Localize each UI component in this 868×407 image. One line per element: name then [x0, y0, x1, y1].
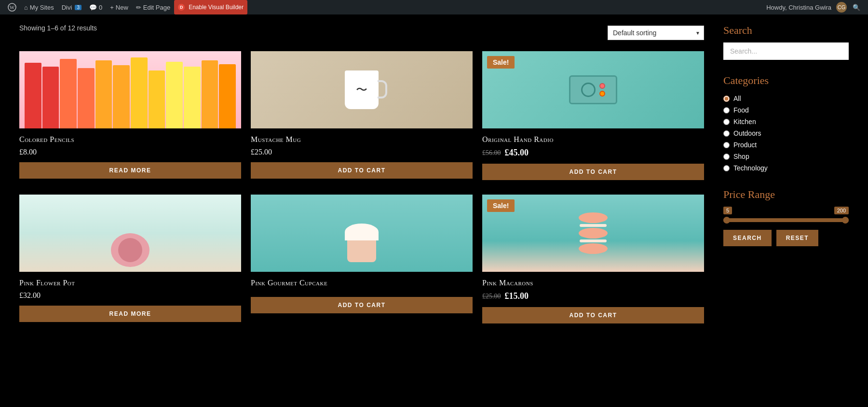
- add-to-cart-button[interactable]: ADD TO CART: [482, 164, 704, 180]
- price-value: £25.00: [251, 148, 272, 156]
- product-card: Pink Gourmet Cupcake ADD TO CART: [251, 195, 473, 323]
- category-radio-shop[interactable]: [723, 154, 730, 160]
- main-content: Showing 1–6 of 12 results Default sortin…: [0, 14, 868, 333]
- divi-counter: 3: [75, 5, 81, 10]
- edit-page-menu[interactable]: ✏ Edit Page: [132, 0, 174, 14]
- pencil: [202, 60, 218, 128]
- divi-menu[interactable]: Divi 3: [58, 0, 85, 14]
- product-card: Colored Pencils £8.00 READ MORE: [19, 51, 241, 180]
- product-card: Pink Flower Pot £32.00 READ MORE: [19, 195, 241, 323]
- product-name: Original Hand Radio: [482, 135, 704, 144]
- sites-icon: ⌂: [24, 4, 28, 11]
- pencil: [78, 68, 95, 128]
- category-item-technology: Technology: [723, 162, 849, 174]
- pencil: [184, 67, 201, 128]
- category-label-shop: Shop: [733, 153, 749, 160]
- admin-search-icon[interactable]: 🔍: [849, 4, 864, 11]
- comments-menu[interactable]: 💬 0: [85, 0, 106, 14]
- range-thumb-left[interactable]: [723, 217, 730, 224]
- range-slider-track: [723, 218, 849, 222]
- cupcake-image: [251, 195, 473, 272]
- product-card: Sale! Pink Macarons £25.00 £15.00 ADD TO…: [482, 195, 704, 323]
- category-radio-kitchen[interactable]: [723, 119, 730, 125]
- mug-shape: 〜: [345, 70, 379, 109]
- pencil: [95, 60, 112, 128]
- new-menu[interactable]: + New: [106, 0, 132, 14]
- read-more-button[interactable]: READ MORE: [19, 162, 241, 179]
- category-label-food: Food: [733, 106, 749, 114]
- product-image-colored-pencils: [19, 51, 241, 128]
- svg-text:W: W: [10, 4, 15, 10]
- category-item-shop: Shop: [723, 151, 849, 162]
- cupcake-body: [347, 238, 376, 262]
- mug-image: 〜: [251, 51, 473, 128]
- sidebar-search-section: Search: [723, 24, 849, 60]
- product-image-macarons: Sale!: [482, 195, 704, 272]
- flower-bowl: [111, 233, 149, 267]
- add-to-cart-button[interactable]: ADD TO CART: [251, 297, 473, 313]
- plus-icon: +: [110, 4, 114, 11]
- pencil: [131, 57, 148, 128]
- sort-select[interactable]: Default sorting Sort by popularity Sort …: [608, 26, 704, 40]
- product-card: 〜 Mustache Mug £25.00 ADD TO CART: [251, 51, 473, 180]
- macarons-image: [482, 195, 704, 272]
- price-old: £56.00: [482, 149, 501, 157]
- category-radio-technology[interactable]: [723, 165, 730, 171]
- price-search-button[interactable]: SEARCH: [723, 230, 772, 246]
- product-price: £56.00 £45.00: [482, 148, 704, 158]
- comments-icon: 💬: [89, 4, 97, 11]
- sale-badge: Sale!: [487, 199, 515, 212]
- divi-circle-icon: D: [178, 4, 185, 11]
- price-min-badge: 5: [723, 207, 732, 214]
- category-radio-all[interactable]: [723, 96, 730, 102]
- radio-knobs: [599, 83, 605, 97]
- results-count: Showing 1–6 of 12 results: [19, 24, 97, 32]
- price-sale: £15.00: [505, 291, 529, 301]
- sidebar: Search Categories All Food Kitchen: [723, 24, 849, 323]
- product-image-flowerpot: [19, 195, 241, 272]
- macaron: [579, 228, 608, 239]
- search-input[interactable]: [723, 42, 849, 60]
- macaron-stack: [579, 212, 608, 254]
- add-to-cart-button[interactable]: ADD TO CART: [251, 162, 473, 179]
- price-old: £25.00: [482, 293, 501, 300]
- product-image-mustache-mug: 〜: [251, 51, 473, 128]
- radio-knob: [599, 91, 605, 97]
- price-range-values: 5 200: [723, 207, 849, 214]
- my-sites-menu[interactable]: ⌂ My Sites: [20, 0, 58, 14]
- macaron-cream: [580, 224, 607, 227]
- radio-device: [569, 75, 617, 104]
- product-price: £25.00: [251, 148, 473, 156]
- pencil: [166, 62, 183, 128]
- product-name: Colored Pencils: [19, 135, 241, 144]
- enable-visual-builder[interactable]: D Enable Visual Builder: [174, 0, 247, 14]
- sidebar-categories-section: Categories All Food Kitchen Outdoors: [723, 74, 849, 174]
- user-avatar[interactable]: CG: [836, 2, 847, 13]
- category-item-outdoors: Outdoors: [723, 127, 849, 139]
- price-reset-button[interactable]: RESET: [776, 230, 819, 246]
- category-item-food: Food: [723, 104, 849, 116]
- range-thumb-right[interactable]: [842, 217, 849, 224]
- pencil: [60, 59, 77, 128]
- admin-bar: W ⌂ My Sites Divi 3 💬 0 + New ✏ Edit Pag…: [0, 0, 868, 14]
- product-card: Sale! Original Hand Radio £56.00 £45.00 …: [482, 51, 704, 180]
- category-list: All Food Kitchen Outdoors Product: [723, 93, 849, 174]
- radio-speaker: [581, 83, 596, 97]
- category-radio-product[interactable]: [723, 142, 730, 148]
- category-label-all: All: [733, 95, 741, 102]
- wordpress-logo[interactable]: W: [4, 0, 20, 14]
- macaron: [579, 243, 608, 254]
- category-radio-outdoors[interactable]: [723, 130, 730, 137]
- product-price: £8.00: [19, 148, 241, 156]
- add-to-cart-button[interactable]: ADD TO CART: [482, 307, 704, 323]
- category-radio-food[interactable]: [723, 107, 730, 113]
- product-name: Pink Gourmet Cupcake: [251, 279, 473, 287]
- sale-badge: Sale!: [487, 56, 515, 69]
- flower-inner: [118, 238, 142, 262]
- products-section: Showing 1–6 of 12 results Default sortin…: [19, 24, 704, 323]
- price-value: £8.00: [19, 148, 37, 156]
- product-price: £32.00: [19, 291, 241, 300]
- price-range-buttons: SEARCH RESET: [723, 230, 849, 246]
- read-more-button[interactable]: READ MORE: [19, 306, 241, 322]
- products-grid: Colored Pencils £8.00 READ MORE 〜 Mustac…: [19, 51, 704, 323]
